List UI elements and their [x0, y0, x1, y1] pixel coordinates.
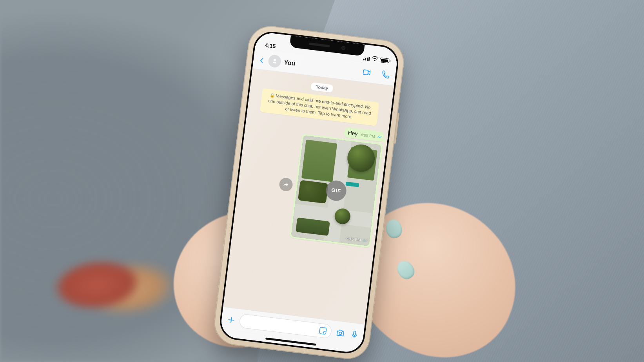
camera-button[interactable]	[335, 327, 346, 338]
voice-call-button[interactable]	[380, 69, 391, 80]
back-button[interactable]: ‹	[258, 53, 266, 66]
outgoing-gif-message[interactable]: GIF 4:15 PM ✓✓	[289, 134, 383, 248]
wifi-icon	[372, 56, 378, 62]
contact-avatar[interactable]	[268, 54, 282, 68]
svg-rect-3	[354, 331, 356, 335]
message-meta: 4:05 PM ✓✓	[361, 132, 381, 139]
attach-button[interactable]: ＋	[225, 311, 236, 327]
read-receipt-icon: ✓✓	[362, 237, 367, 243]
cellular-signal-icon	[363, 56, 370, 61]
sticker-button[interactable]	[318, 326, 328, 335]
status-time: 4:15	[265, 42, 276, 49]
svg-rect-1	[319, 327, 327, 334]
mic-button[interactable]	[349, 329, 360, 340]
forward-button[interactable]	[279, 177, 294, 192]
encryption-notice-text: Messages and calls are end-to-end encryp…	[268, 93, 372, 119]
message-time: 4:05 PM	[361, 132, 376, 138]
chat-body[interactable]: Today 🔒Messages and calls are end-to-end…	[223, 69, 394, 324]
contact-name[interactable]: You	[284, 59, 296, 67]
gif-image: GIF	[291, 135, 381, 246]
svg-rect-0	[363, 69, 368, 74]
message-row: GIF 4:15 PM ✓✓	[236, 127, 383, 248]
date-separator: Today	[311, 82, 334, 93]
read-receipt-icon: ✓✓	[376, 134, 381, 139]
video-call-button[interactable]	[361, 67, 373, 78]
photo-shoe	[44, 242, 176, 325]
svg-point-2	[339, 332, 342, 335]
gif-thumbnail[interactable]: GIF 4:15 PM ✓✓	[291, 135, 381, 246]
message-text: Hey	[348, 129, 358, 137]
lock-icon: 🔒	[270, 93, 275, 98]
battery-icon	[379, 58, 389, 63]
